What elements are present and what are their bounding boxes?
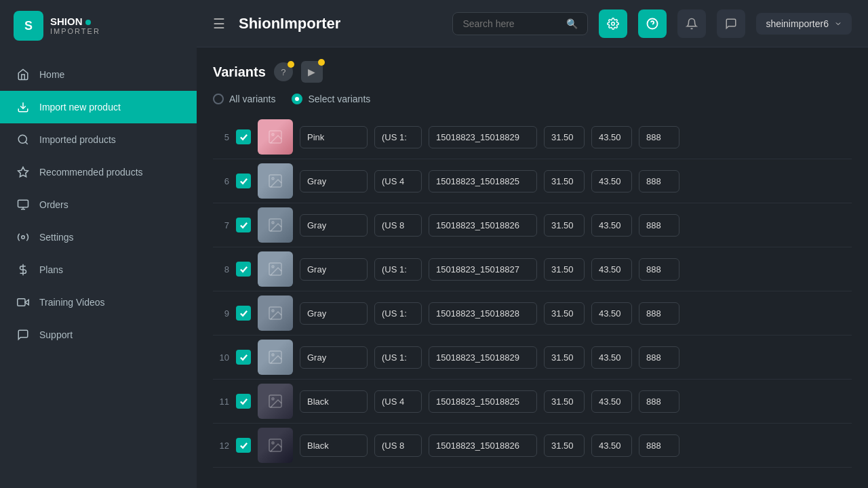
svg-point-22 — [272, 310, 274, 312]
color-input[interactable] — [300, 390, 368, 413]
size-input[interactable] — [374, 302, 422, 325]
table-row: 9 — [213, 291, 852, 336]
price1-input[interactable] — [544, 390, 585, 413]
row-image — [258, 119, 293, 155]
sidebar-item-recommended[interactable]: Recommended products — [0, 156, 197, 188]
qty-input[interactable] — [639, 126, 679, 148]
size-input[interactable] — [374, 434, 422, 457]
sku-input[interactable] — [429, 302, 537, 325]
price1-input[interactable] — [544, 434, 585, 457]
sidebar: S SHION IMPORTER Home Import new product — [0, 0, 197, 488]
size-input[interactable] — [374, 126, 422, 148]
sidebar-item-import[interactable]: Import new product — [0, 91, 197, 123]
qty-input[interactable] — [639, 390, 679, 413]
qty-input[interactable] — [639, 434, 679, 457]
price2-input[interactable] — [591, 434, 632, 457]
sidebar-item-imported[interactable]: Imported products — [0, 123, 197, 156]
qty-input[interactable] — [639, 302, 679, 325]
row-checkbox[interactable] — [236, 218, 251, 232]
content-area: Variants ? ▶ All variants Select variant… — [197, 47, 868, 488]
qty-input[interactable] — [639, 214, 679, 237]
table-row: 8 — [213, 247, 852, 291]
variants-play-button[interactable]: ▶ — [301, 61, 323, 83]
row-checkbox[interactable] — [236, 129, 251, 144]
size-input[interactable] — [374, 258, 422, 281]
sku-input[interactable] — [429, 434, 537, 457]
color-input[interactable] — [300, 302, 368, 325]
qty-input[interactable] — [639, 346, 679, 369]
size-input[interactable] — [374, 214, 422, 237]
row-checkbox[interactable] — [236, 306, 251, 321]
sidebar-item-support[interactable]: Support — [0, 319, 197, 351]
color-input[interactable] — [300, 170, 368, 192]
messages-button[interactable] — [717, 9, 745, 38]
sku-input[interactable] — [429, 214, 537, 237]
price2-input[interactable] — [591, 214, 632, 237]
variants-header: Variants ? ▶ — [213, 61, 852, 83]
row-number: 12 — [213, 441, 229, 451]
row-checkbox[interactable] — [236, 350, 251, 365]
table-row: 11 — [213, 380, 852, 424]
size-input[interactable] — [374, 346, 422, 369]
price2-input[interactable] — [591, 258, 632, 281]
price1-input[interactable] — [544, 302, 585, 325]
row-image — [258, 340, 293, 375]
table-row: 5 — [213, 115, 852, 159]
all-variants-radio[interactable] — [213, 94, 224, 104]
qty-input[interactable] — [639, 170, 679, 192]
price2-input[interactable] — [591, 302, 632, 325]
row-checkbox[interactable] — [236, 174, 251, 188]
color-input[interactable] — [300, 126, 368, 148]
price1-input[interactable] — [544, 258, 585, 281]
table-row: 10 — [213, 336, 852, 380]
price2-input[interactable] — [591, 346, 632, 369]
price2-input[interactable] — [591, 170, 632, 192]
sidebar-item-training[interactable]: Training Videos — [0, 286, 197, 319]
help-button[interactable] — [638, 9, 667, 38]
logo-area: S SHION IMPORTER — [0, 0, 197, 52]
select-variants-option[interactable]: Select variants — [292, 94, 370, 104]
sku-input[interactable] — [429, 258, 537, 281]
sidebar-item-settings[interactable]: Settings — [0, 221, 197, 253]
download-icon — [16, 100, 30, 114]
sidebar-item-orders[interactable]: Orders — [0, 188, 197, 221]
all-variants-option[interactable]: All variants — [213, 94, 275, 104]
user-menu[interactable]: sheinimporter6 — [756, 13, 852, 35]
size-input[interactable] — [374, 390, 422, 413]
color-input[interactable] — [300, 214, 368, 237]
select-variants-radio[interactable] — [292, 94, 302, 104]
tag-icon — [16, 133, 30, 146]
hamburger-icon[interactable]: ☰ — [213, 16, 225, 32]
price1-input[interactable] — [544, 126, 585, 148]
app-title: ShionImporter — [239, 15, 340, 33]
sku-input[interactable] — [429, 390, 537, 413]
price2-input[interactable] — [591, 390, 632, 413]
color-input[interactable] — [300, 434, 368, 457]
price2-input[interactable] — [591, 126, 632, 148]
row-image — [258, 163, 293, 199]
row-checkbox[interactable] — [236, 262, 251, 277]
sidebar-item-plans[interactable]: Plans — [0, 253, 197, 286]
color-input[interactable] — [300, 258, 368, 281]
price1-input[interactable] — [544, 170, 585, 192]
svg-point-26 — [272, 398, 274, 400]
sidebar-label-recommended: Recommended products — [39, 167, 143, 178]
sku-input[interactable] — [429, 346, 537, 369]
row-checkbox[interactable] — [236, 438, 251, 453]
price1-input[interactable] — [544, 214, 585, 237]
header: ☰ ShionImporter 🔍 sheinimport — [197, 0, 868, 47]
row-checkbox[interactable] — [236, 394, 251, 409]
sku-input[interactable] — [429, 126, 537, 148]
price1-input[interactable] — [544, 346, 585, 369]
notification-button[interactable] — [677, 9, 706, 38]
color-input[interactable] — [300, 346, 368, 369]
size-input[interactable] — [374, 170, 422, 192]
qty-input[interactable] — [639, 258, 679, 281]
sku-input[interactable] — [429, 170, 537, 192]
settings-button[interactable] — [599, 9, 627, 38]
search-bar[interactable]: 🔍 — [452, 12, 588, 35]
sidebar-item-home[interactable]: Home — [0, 58, 197, 91]
variants-help-button[interactable]: ? — [274, 62, 293, 81]
search-input[interactable] — [462, 18, 561, 29]
orders-icon — [16, 198, 30, 211]
